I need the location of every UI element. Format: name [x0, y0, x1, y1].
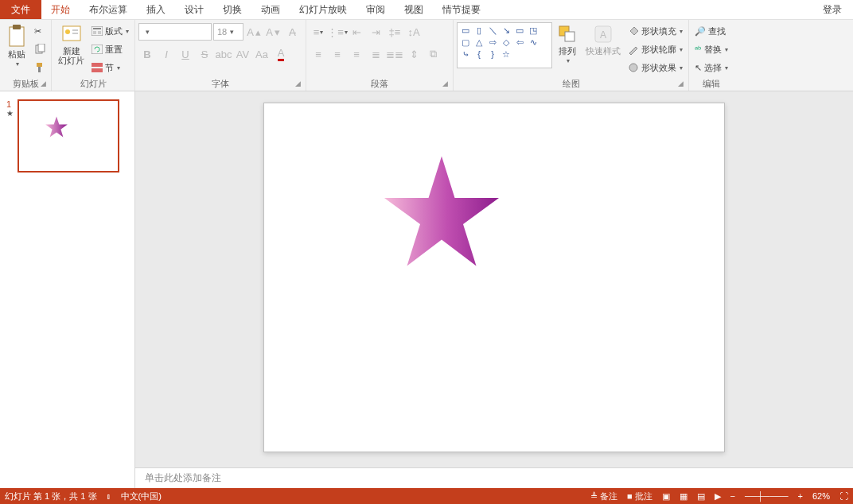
new-slide-button[interactable]: 新建 幻灯片: [55, 22, 88, 67]
grow-font-icon: A ▴: [247, 26, 261, 38]
text-direction-button[interactable]: ↕A: [405, 23, 423, 41]
slide-canvas-viewport[interactable]: [135, 91, 853, 467]
zoom-slider[interactable]: ──┼────: [745, 491, 789, 501]
shapes-gallery[interactable]: ▭ ▯ ＼ ↘ ▭ ◳ ▢ △ ⇨ ◇ ⇦ ∿ ⤷ { } ☆: [457, 22, 552, 68]
format-painter-button[interactable]: [32, 59, 48, 76]
change-case-button[interactable]: Aa: [253, 45, 271, 63]
align-center-icon: ≡: [334, 48, 341, 60]
shape-connector-icon[interactable]: ⤷: [459, 48, 472, 60]
tab-boolean[interactable]: 布尔运算: [80, 0, 137, 19]
align-center-button[interactable]: ≡: [329, 45, 346, 63]
tab-view[interactable]: 视图: [395, 0, 433, 19]
section-button[interactable]: 节▾: [89, 59, 131, 76]
align-right-button[interactable]: ≡: [348, 45, 365, 63]
shape-effects-button[interactable]: 形状效果▾: [625, 59, 685, 76]
comments-toggle[interactable]: ■ 批注: [627, 490, 652, 502]
spellcheck-icon[interactable]: ⫾: [107, 491, 111, 501]
editor-area: 单击此处添加备注: [135, 91, 853, 488]
tab-review[interactable]: 审阅: [356, 0, 395, 19]
clear-format-button[interactable]: A̶: [283, 23, 301, 41]
svg-rect-1: [13, 25, 21, 29]
align-left-button[interactable]: ≡: [310, 45, 327, 63]
dialog-launcher-icon[interactable]: ◢: [678, 79, 684, 87]
shape-fill-button[interactable]: 形状填充▾: [625, 22, 685, 40]
notes-pane[interactable]: 单击此处添加备注: [135, 467, 853, 488]
view-normal-icon[interactable]: ▣: [662, 491, 670, 502]
shape-arrowr-icon[interactable]: ⇨: [486, 37, 499, 48]
shadow-button[interactable]: abc: [215, 45, 232, 63]
font-name-combo[interactable]: ▾: [138, 23, 212, 41]
underline-icon: U: [181, 48, 189, 60]
shape-star-icon[interactable]: ☆: [500, 48, 512, 60]
tab-transitions[interactable]: 切换: [213, 0, 251, 19]
copy-button[interactable]: [32, 41, 48, 58]
shape-line-icon[interactable]: ＼: [486, 25, 499, 36]
shape-corner-icon[interactable]: ◳: [527, 25, 539, 36]
dialog-launcher-icon[interactable]: ◢: [295, 79, 301, 87]
replace-button[interactable]: ᵃᵇ替换▾: [692, 41, 730, 58]
fit-window-icon[interactable]: ⛶: [839, 491, 848, 501]
dialog-launcher-icon[interactable]: ◢: [442, 79, 448, 87]
columns-icon: ≣≣: [386, 48, 403, 60]
view-slideshow-icon[interactable]: ▶: [715, 491, 721, 502]
clipboard-icon: [6, 24, 27, 48]
bold-button[interactable]: B: [138, 45, 156, 63]
shape-vtextbox-icon[interactable]: ▯: [473, 25, 485, 36]
zoom-value[interactable]: 62%: [812, 491, 830, 501]
zoom-out-button[interactable]: −: [730, 491, 735, 501]
shape-textbox-icon[interactable]: ▭: [459, 25, 472, 36]
star-shape[interactable]: [382, 153, 501, 272]
shape-roundrect-icon[interactable]: ▢: [459, 37, 472, 48]
cut-button[interactable]: ✂: [32, 22, 48, 40]
font-size-combo[interactable]: 18▾: [213, 23, 243, 41]
quick-styles-button[interactable]: A 快速样式: [582, 22, 624, 57]
view-sorter-icon[interactable]: ▦: [680, 491, 687, 502]
indent-dec-button[interactable]: ⇤: [348, 23, 365, 41]
numbering-button[interactable]: ⋮≡▾: [329, 23, 346, 41]
bullets-button[interactable]: ≡▾: [310, 23, 327, 41]
paste-button[interactable]: 粘贴 ▾: [3, 22, 30, 69]
shape-brace2-icon[interactable]: }: [486, 48, 499, 60]
status-language[interactable]: 中文(中国): [121, 490, 162, 502]
select-button[interactable]: ↖选择▾: [692, 59, 730, 76]
tab-home[interactable]: 开始: [41, 0, 80, 19]
italic-button[interactable]: I: [158, 45, 175, 63]
strike-button[interactable]: S: [196, 45, 213, 63]
view-reading-icon[interactable]: ▤: [697, 491, 705, 502]
slide-1[interactable]: [263, 103, 725, 452]
shape-rect-icon[interactable]: ▭: [513, 25, 526, 36]
justify-button[interactable]: ≣: [367, 45, 384, 63]
shape-diamond-icon[interactable]: ◇: [500, 37, 512, 48]
tab-animations[interactable]: 动画: [251, 0, 290, 19]
char-spacing-button[interactable]: AV: [234, 45, 251, 63]
grow-font-button[interactable]: A ▴: [245, 23, 263, 41]
shape-arrowl-icon[interactable]: ⇦: [513, 37, 526, 48]
tab-file[interactable]: 文件: [0, 0, 41, 19]
font-color-button[interactable]: A: [272, 45, 290, 63]
underline-button[interactable]: U: [177, 45, 194, 63]
smartart-button[interactable]: ⧉: [424, 45, 442, 63]
login-button[interactable]: 登录: [813, 0, 853, 19]
indent-inc-button[interactable]: ⇥: [367, 23, 384, 41]
line-spacing-button[interactable]: ‡≡: [386, 23, 403, 41]
shrink-font-button[interactable]: A ▾: [264, 23, 282, 41]
shape-triangle-icon[interactable]: △: [473, 37, 485, 48]
slide-thumbnail-1[interactable]: [18, 99, 119, 173]
tab-insert[interactable]: 插入: [137, 0, 175, 19]
tab-slideshow[interactable]: 幻灯片放映: [290, 0, 356, 19]
layout-button[interactable]: 版式▾: [89, 22, 131, 40]
tab-design[interactable]: 设计: [175, 0, 213, 19]
arrange-button[interactable]: 排列▾: [554, 22, 581, 66]
find-button[interactable]: 🔎查找: [692, 22, 730, 40]
dialog-launcher-icon[interactable]: ◢: [41, 79, 46, 87]
shape-arrow-icon[interactable]: ↘: [500, 25, 512, 36]
shape-outline-button[interactable]: 形状轮廓▾: [625, 41, 685, 58]
reset-button[interactable]: 重置: [89, 41, 131, 58]
notes-toggle[interactable]: ≜ 备注: [590, 490, 617, 502]
align-text-button[interactable]: ⇕: [405, 45, 423, 63]
tab-storyboard[interactable]: 情节提要: [433, 0, 490, 19]
columns-button[interactable]: ≣≣: [386, 45, 403, 63]
shape-curve-icon[interactable]: ∿: [527, 37, 539, 48]
shape-brace-icon[interactable]: {: [473, 48, 485, 60]
zoom-in-button[interactable]: +: [798, 491, 803, 501]
